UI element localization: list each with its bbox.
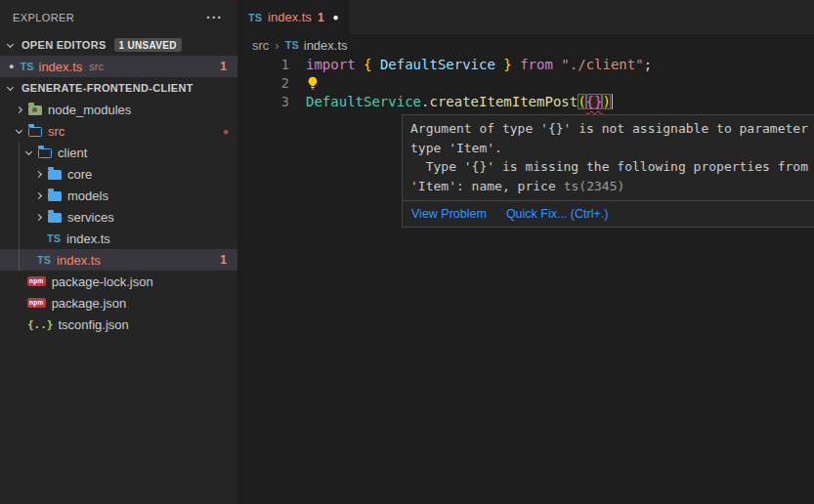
open-editor-item-index-ts[interactable]: ● TS index.ts src 1 (0, 56, 237, 77)
open-editors-label: OPEN EDITORS (21, 39, 107, 51)
explorer-title: EXPLORER (13, 12, 74, 23)
more-actions-icon[interactable]: ··· (206, 13, 223, 22)
chevron-right-icon[interactable] (35, 191, 42, 198)
breadcrumb: src › TS index.ts (237, 34, 814, 56)
code-content (306, 74, 320, 93)
code-token: ) (602, 94, 610, 109)
tree-item-client[interactable]: client (0, 142, 237, 163)
code-token: import (306, 57, 356, 72)
code-content: import { DefaultService } from "./client… (306, 56, 652, 74)
typescript-file-icon: TS (20, 61, 33, 72)
tree-item-label: core (67, 167, 92, 182)
error-code-ref: ts(2345) (564, 179, 625, 193)
tree-item-src[interactable]: src● (0, 120, 237, 142)
tree-item-label: client (58, 146, 87, 160)
chevron-right-icon[interactable] (16, 105, 22, 112)
code-token: {} (586, 94, 603, 109)
unsaved-badge: 1 UNSAVED (114, 38, 182, 52)
explorer-sidebar: EXPLORER ··· OPEN EDITORS 1 UNSAVED ● TS… (0, 0, 237, 504)
tree-item-label: index.ts (57, 253, 101, 268)
chevron-right-icon[interactable] (35, 213, 42, 220)
code-token: ( (578, 94, 585, 109)
tree-item-label: services (67, 210, 114, 225)
code-editor[interactable]: 1import { DefaultService } from "./clien… (237, 56, 814, 111)
typescript-file-icon: TS (37, 254, 51, 266)
chevron-down-icon[interactable] (16, 126, 22, 133)
folder-icon (48, 170, 62, 180)
modified-dot-icon[interactable]: ● (9, 62, 14, 71)
error-hover-tooltip: Argument of type '{}' is not assignable … (402, 114, 814, 228)
tree-item-label: node_modules (48, 103, 131, 117)
open-editor-file-description: src (89, 61, 104, 72)
file-tree: node_modulessrc●clientcoremodelsservices… (0, 99, 237, 335)
breadcrumb-separator-icon: › (275, 38, 278, 53)
npm-file-icon: npm (27, 276, 46, 286)
tree-item-index-ts[interactable]: TSindex.ts1 (0, 249, 237, 271)
code-token: ; (644, 57, 652, 72)
unsaved-dot-icon[interactable]: ● (333, 12, 339, 22)
workspace-section-header[interactable]: GENERATE-FRONTEND-CLIENT (0, 77, 237, 99)
typescript-file-icon: TS (285, 39, 299, 51)
tree-item-models[interactable]: models (0, 185, 237, 206)
chevron-down-icon[interactable] (25, 147, 32, 154)
chevron-right-icon[interactable] (35, 170, 42, 177)
tab-bar: TS index.ts 1 ● (237, 0, 814, 34)
tree-item-label: package-lock.json (52, 274, 153, 289)
error-message-line: 'Item': name, pricets(2345) (410, 177, 814, 196)
open-editors-section-header[interactable]: OPEN EDITORS 1 UNSAVED (0, 34, 237, 56)
tab-index-ts[interactable]: TS index.ts 1 ● (237, 0, 349, 34)
folder-open-icon (28, 127, 42, 137)
line-number: 3 (237, 93, 289, 111)
code-token (356, 57, 364, 72)
npm-file-icon: npm (27, 298, 46, 308)
vscode-window: EXPLORER ··· OPEN EDITORS 1 UNSAVED ● TS… (0, 0, 814, 504)
error-count-badge: 1 (220, 253, 227, 267)
node-modules-folder-icon (28, 105, 42, 115)
code-line[interactable]: 2 (237, 74, 814, 93)
code-line[interactable]: 1import { DefaultService } from "./clien… (237, 56, 814, 74)
tree-item-package-json[interactable]: npmpackage.json (0, 292, 237, 314)
tree-item-label: src (48, 124, 64, 139)
tree-item-label: models (67, 189, 108, 203)
folder-open-icon (38, 148, 52, 158)
tree-item-services[interactable]: services (0, 206, 237, 228)
error-message-line: type 'Item'. (410, 139, 814, 158)
tree-item-node-modules[interactable]: node_modules (0, 99, 237, 120)
typescript-file-icon: TS (47, 232, 61, 244)
error-message: Argument of type '{}' is not assignable … (403, 115, 814, 200)
explorer-header: EXPLORER ··· (0, 0, 237, 34)
chevron-down-icon (7, 40, 14, 47)
error-count-badge: 1 (220, 60, 227, 73)
tree-item-label: package.json (52, 296, 127, 311)
chevron-down-icon (7, 83, 14, 90)
open-editor-file-name: index.ts (39, 60, 83, 74)
line-number: 1 (237, 56, 289, 74)
breadcrumb-folder[interactable]: src (252, 38, 269, 53)
code-token: createItemItemPost (429, 94, 578, 109)
json-config-file-icon: {..} (27, 318, 54, 331)
text-cursor (612, 94, 614, 109)
tree-item-label: tsconfig.json (59, 317, 129, 332)
breadcrumb-file[interactable]: index.ts (304, 38, 348, 53)
workspace-label: GENERATE-FRONTEND-CLIENT (21, 82, 193, 94)
tree-item-package-lock-json[interactable]: npmpackage-lock.json (0, 271, 237, 292)
tab-file-name: index.ts (268, 10, 312, 24)
tab-error-count-badge: 1 (318, 11, 324, 24)
code-line[interactable]: 3DefaultService.createItemItemPost({}) (237, 93, 814, 111)
code-token (512, 57, 520, 72)
code-token: from (520, 57, 553, 72)
typescript-file-icon: TS (248, 12, 262, 23)
view-problem-link[interactable]: View Problem (411, 207, 487, 221)
tree-item-core[interactable]: core (0, 163, 237, 185)
code-token: DefaultService (306, 94, 421, 109)
tree-item-tsconfig-json[interactable]: {..}tsconfig.json (0, 314, 237, 335)
lightbulb-icon[interactable] (306, 76, 320, 90)
tree-item-index-ts[interactable]: TSindex.ts (0, 228, 237, 249)
error-message-line: Argument of type '{}' is not assignable … (410, 119, 814, 139)
line-number: 2 (237, 74, 289, 93)
folder-icon (48, 191, 62, 201)
tree-item-label: index.ts (66, 231, 110, 246)
code-content: DefaultService.createItemItemPost({}) (306, 93, 613, 111)
hover-actions: View Problem Quick Fix... (Ctrl+.) (403, 200, 814, 227)
quick-fix-link[interactable]: Quick Fix... (Ctrl+.) (506, 207, 609, 221)
